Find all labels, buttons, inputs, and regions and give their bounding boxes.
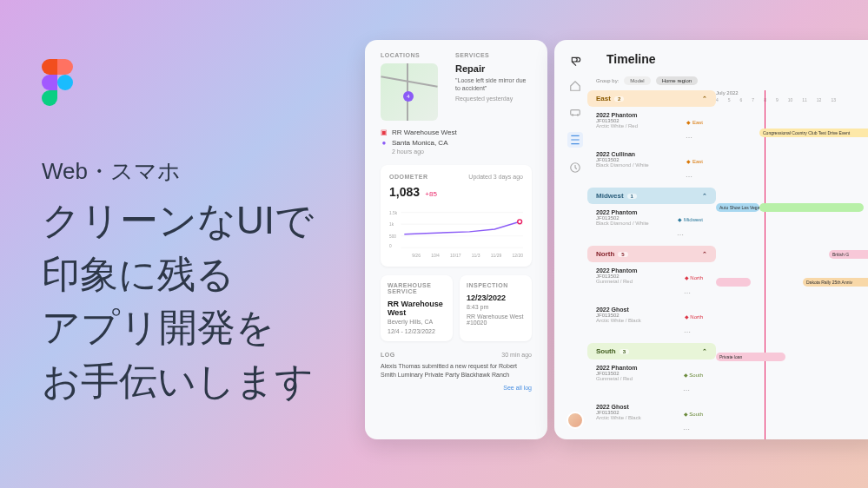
gantt-row-labels: East2⌃2022 PhantomJF013502Arctic White /… [587,90,716,439]
hero-headline: クリーンなUIで 印象に残る アプリ開発を お手伝いします [42,194,314,407]
svg-point-11 [577,114,579,115]
gantt-bar[interactable] [716,278,751,287]
odometer-delta: +85 [425,190,437,198]
gantt-bar[interactable]: British G [829,250,868,259]
chevron-up-icon: ⌃ [702,193,707,200]
chevron-up-icon: ⌃ [702,96,707,102]
map-pin-icon[interactable]: 4 [403,91,414,102]
service-title: Repair [455,63,532,74]
vehicle-icon[interactable] [569,106,581,118]
services-label: SERVICES [455,52,532,58]
gantt-bar[interactable]: Auto Show Las Vegas [716,203,759,212]
svg-text:500: 500 [389,234,396,239]
gantt-bar[interactable] [759,203,864,212]
region-header-midwest[interactable]: Midwest1⌃ [587,188,716,204]
user-avatar[interactable] [567,412,584,429]
svg-point-10 [572,114,573,115]
gantt-bars-area: July 2022 45678910111213 Congressional C… [716,90,868,439]
service-description: "Loose left side mirror due to accident" [455,76,532,92]
svg-text:0: 0 [389,244,392,248]
vehicle-row[interactable]: 2022 PhantomJF013502Gunmetal / Red◆ Sout… [587,362,716,401]
timeline-title: Timeline [606,52,656,66]
odometer-label: ODOMETER [389,174,427,180]
hero-text: Web・スマホ クリーンなUIで 印象に残る アプリ開発を お手伝いします [42,59,314,407]
timeline-panel: Timeline Group by: Model Home region Eas… [554,40,868,439]
group-region-pill[interactable]: Home region [656,76,698,85]
service-requested: Requested yesterday [455,96,532,102]
odometer-card: ODOMETER Updated 3 days ago 1,083 +85 1.… [381,165,532,267]
brand-logo-icon [570,56,582,68]
svg-text:1k: 1k [389,222,394,227]
planner-icon[interactable] [567,132,583,148]
inspection-card[interactable]: INSPECTION 12/23/2022 8:43 pm RR Warehou… [460,275,532,341]
vehicle-row[interactable]: 2022 CullinanJF013502Black Diamond / Whi… [587,148,716,188]
chevron-up-icon: ⌃ [702,348,707,355]
day-ticks: 45678910111213 [716,97,868,102]
gantt-bar[interactable]: Dakota Rally 25th Anniv [803,278,868,287]
odometer-updated: Updated 3 days ago [468,174,523,180]
locations-label: LOCATIONS [381,52,447,58]
gantt-bar[interactable]: Congressional Country Club Test Drive Ev… [759,129,868,137]
home-icon[interactable] [569,80,581,92]
building-icon: ▣ [381,129,388,136]
vehicle-row[interactable]: 2022 PhantomJF013502Arctic White / Red◆ … [587,109,716,148]
detail-panel: LOCATIONS 4 SERVICES Repair "Loose left … [365,40,547,439]
group-model-pill[interactable]: Model [624,76,650,85]
city-timestamp: 2 hours ago [392,148,532,155]
log-label: LOG [381,352,395,358]
location-pin-icon: ● [381,140,388,147]
more-icon[interactable]: ⋯ [684,328,691,336]
warehouse-service-card[interactable]: WAREHOUSE SERVICE RR Warehouse West Beve… [381,275,453,341]
svg-point-8 [518,220,522,224]
more-icon[interactable]: ⋯ [683,425,690,433]
region-header-south[interactable]: South3⌃ [587,343,716,359]
group-by-controls: Group by: Model Home region [587,76,868,85]
more-icon[interactable]: ⋯ [677,231,684,239]
timeline-sidebar [563,76,587,439]
log-timestamp: 30 min ago [501,352,532,358]
hero-subtitle: Web・スマホ [42,156,314,187]
vehicle-row[interactable]: 2022 PhantomJF013502Gunmetal / Red◆ Nort… [587,265,716,304]
more-icon[interactable]: ⋯ [684,289,691,297]
chevron-up-icon: ⌃ [702,251,707,258]
svg-text:1.5k: 1.5k [389,211,398,215]
more-icon[interactable]: ⋯ [683,386,690,394]
vehicle-row[interactable]: 2022 GhostJF013502Arctic White / Black◆ … [587,401,716,439]
clock-icon[interactable] [569,162,581,174]
vehicle-row[interactable]: 2022 GhostJF013502Arctic White / Black◆ … [587,304,716,343]
gantt-bar[interactable]: Private loan [716,353,785,361]
see-all-log-link[interactable]: See all log [381,385,532,391]
more-icon[interactable]: ⋯ [686,173,692,181]
region-header-north[interactable]: North5⌃ [587,246,716,262]
log-entry: Alexis Thomas submitted a new request fo… [381,362,532,379]
figma-logo-icon [42,59,76,108]
region-header-east[interactable]: East2⌃ [587,90,716,107]
today-marker [765,90,765,439]
odometer-chart: 1.5k 1k 500 0 [389,206,523,251]
more-icon[interactable]: ⋯ [686,134,692,142]
city-row[interactable]: ● Santa Monica, CA [381,139,532,147]
warehouse-row[interactable]: ▣ RR Warehouse West [381,129,532,136]
chart-x-ticks: 9/26 10/4 10/17 11/3 11/29 12/20 [389,253,523,258]
odometer-value: 1,083 [389,185,420,199]
vehicle-row[interactable]: 2022 PhantomJF013502Black Diamond / Whit… [587,207,716,246]
map-thumbnail[interactable]: 4 [381,63,438,121]
